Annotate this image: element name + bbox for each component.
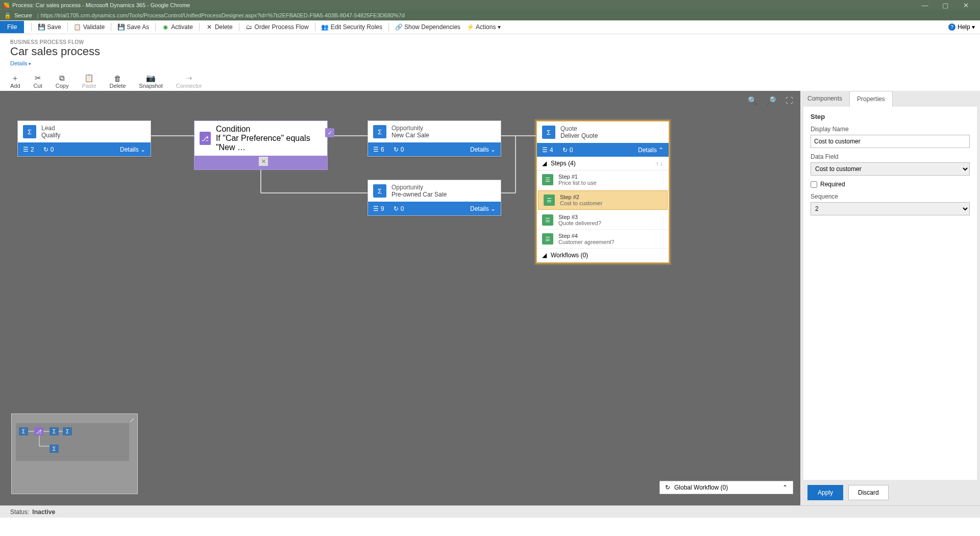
connector-button[interactable]: ⇢Connector [176, 74, 202, 89]
breadcrumb: BUSINESS PROCESS FLOW [10, 39, 970, 45]
browser-address-bar: 🔒 Secure | https://trial1705.crm.dynamic… [0, 10, 980, 20]
details-toggle[interactable]: Details ⌄ [470, 146, 496, 153]
maximize-button[interactable]: ▢ [935, 2, 955, 9]
save-icon: 💾 [38, 23, 45, 31]
order-icon: 🗂 [246, 23, 253, 31]
copy-button[interactable]: ⧉Copy [56, 74, 69, 89]
status-label: Status: [10, 508, 29, 516]
required-checkbox[interactable] [811, 181, 817, 188]
save-as-button[interactable]: 💾Save As [114, 22, 152, 32]
fit-screen-icon[interactable]: ⛶ [786, 96, 793, 105]
details-toggle[interactable]: Details ⌄ [120, 146, 145, 153]
discard-button[interactable]: Discard [848, 485, 889, 500]
stage-quote[interactable]: Σ Quote Deliver Quote ☰ 4 ↻ 0 Details ⌃ … [536, 120, 670, 263]
stage-icon: Σ [23, 125, 36, 138]
minimap-node: Σ [63, 427, 72, 435]
workflow-icon: ↻ [665, 484, 670, 491]
panel-heading: Step [811, 113, 970, 120]
stage-icon: Σ [542, 126, 555, 139]
paste-icon: 📋 [84, 74, 94, 83]
window-title: Process: Car sales process - Microsoft D… [12, 2, 190, 8]
workflows-section-header[interactable]: ◢ Workflows (0) [537, 249, 669, 262]
expand-icon[interactable]: ⤢ [130, 417, 134, 424]
global-workflow-bar[interactable]: ↻ Global Workflow (0) ⌃ [659, 481, 793, 494]
stage-title: Opportunity [391, 184, 447, 191]
steps-count: ☰ 2 [23, 146, 34, 153]
order-process-flow-button[interactable]: 🗂Order Process Flow [242, 22, 312, 32]
condition-true-icon: ✓ [325, 128, 334, 137]
cut-button[interactable]: ✂Cut [34, 74, 42, 89]
minimize-button[interactable]: — [915, 2, 935, 9]
edit-toolbar: ＋Add ✂Cut ⧉Copy 📋Paste 🗑Delete 📷Snapshot… [0, 70, 980, 91]
lock-icon: 🔒 [4, 12, 11, 19]
step-icon: ☰ [544, 194, 555, 206]
stage-opportunity-preowned[interactable]: Σ Opportunity Pre-owned Car Sale ☰ 9 ↻ 0… [368, 180, 501, 216]
copy-icon: ⧉ [59, 74, 65, 83]
close-button[interactable]: ✕ [955, 2, 976, 9]
designer-canvas[interactable]: 🔍 🔎 ⛶ Σ Lead Qualify ☰ 2 ↻ 0 De [0, 91, 800, 505]
process-header: BUSINESS PROCESS FLOW Car sales process … [0, 34, 980, 70]
minimap-node: Σ [19, 427, 28, 435]
minimap-node: Σ [50, 445, 59, 453]
page-title: Car sales process [10, 45, 970, 58]
step-icon: ☰ [542, 214, 553, 226]
zoom-out-icon[interactable]: 🔍 [748, 96, 757, 105]
step-row-selected[interactable]: ☰ Step #2Cost to customer [538, 190, 668, 210]
apply-button[interactable]: Apply [807, 485, 843, 500]
help-menu[interactable]: ?Help ▾ [948, 23, 975, 31]
condition-card[interactable]: ⎇ Condition If "Car Preference" equals "… [194, 120, 328, 170]
stage-subtitle: Pre-owned Car Sale [391, 191, 447, 198]
status-value: Inactive [32, 508, 55, 516]
save-button[interactable]: 💾Save [35, 22, 64, 32]
actions-menu[interactable]: ⚡Actions ▾ [463, 22, 504, 32]
edit-security-roles-button[interactable]: 👥Edit Security Roles [318, 22, 385, 32]
minimap[interactable]: ⤢ Σ ⎇ Σ Σ Σ [11, 413, 138, 494]
stage-lead[interactable]: Σ Lead Qualify ☰ 2 ↻ 0 Details ⌄ [17, 120, 151, 157]
activate-button[interactable]: ◉Activate [159, 22, 196, 32]
details-toggle[interactable]: Details ⌃ [638, 147, 664, 154]
app-icon [4, 3, 9, 8]
help-icon: ? [948, 23, 955, 31]
stage-title: Lead [41, 125, 60, 132]
required-label: Required [820, 181, 845, 188]
display-name-label: Display Name [811, 126, 970, 133]
step-row[interactable]: ☰ Step #4Customer agreement? [537, 230, 669, 249]
step-row[interactable]: ☰ Step #1Price list to use [537, 170, 669, 189]
data-field-select[interactable]: Cost to customer [811, 162, 970, 176]
step-icon: ☰ [542, 233, 553, 245]
stage-subtitle: Deliver Quote [560, 132, 598, 139]
minimap-node: Σ [50, 427, 59, 435]
deps-icon: 🔗 [395, 23, 402, 31]
condition-icon: ⎇ [200, 132, 211, 145]
details-toggle[interactable]: Details ⌄ [470, 205, 496, 212]
show-dependencies-button[interactable]: 🔗Show Dependencies [392, 22, 463, 32]
tab-components[interactable]: Components [800, 91, 849, 107]
delete-tool-button[interactable]: 🗑Delete [110, 74, 126, 89]
collapse-icon: ◢ [542, 252, 547, 259]
step-icon: ☰ [542, 174, 553, 185]
stage-icon: Σ [373, 184, 386, 198]
stage-subtitle: New Car Sale [391, 132, 429, 139]
display-name-input[interactable] [811, 135, 970, 148]
steps-section-header[interactable]: ◢ Steps (4) ↑↓ [537, 157, 669, 170]
cut-icon: ✂ [35, 74, 41, 83]
add-button[interactable]: ＋Add [10, 74, 20, 89]
zoom-in-icon[interactable]: 🔎 [767, 96, 776, 105]
tab-properties[interactable]: Properties [849, 91, 893, 107]
file-menu[interactable]: File [0, 21, 24, 33]
collapse-icon: ◢ [542, 160, 547, 167]
step-row[interactable]: ☰ Step #3Quote delivered? [537, 211, 669, 230]
paste-button[interactable]: 📋Paste [82, 74, 96, 89]
url-text: https://trial1705.crm.dynamics.com/Tools… [41, 12, 405, 18]
validate-button[interactable]: 📋Validate [71, 22, 108, 32]
snapshot-button[interactable]: 📷Snapshot [139, 74, 162, 89]
plus-icon: ＋ [11, 74, 19, 83]
delete-button[interactable]: ✕Delete [203, 22, 236, 32]
secure-label: Secure [14, 12, 32, 18]
reorder-arrows[interactable]: ↑↓ [656, 160, 664, 166]
window-titlebar: Process: Car sales process - Microsoft D… [0, 0, 980, 10]
sequence-select[interactable]: 2 [811, 202, 970, 215]
details-toggle[interactable]: Details [10, 60, 31, 66]
stage-opportunity-new[interactable]: Σ Opportunity New Car Sale ☰ 6 ↻ 0 Detai… [368, 120, 501, 157]
minimap-node: ⎇ [34, 427, 43, 435]
